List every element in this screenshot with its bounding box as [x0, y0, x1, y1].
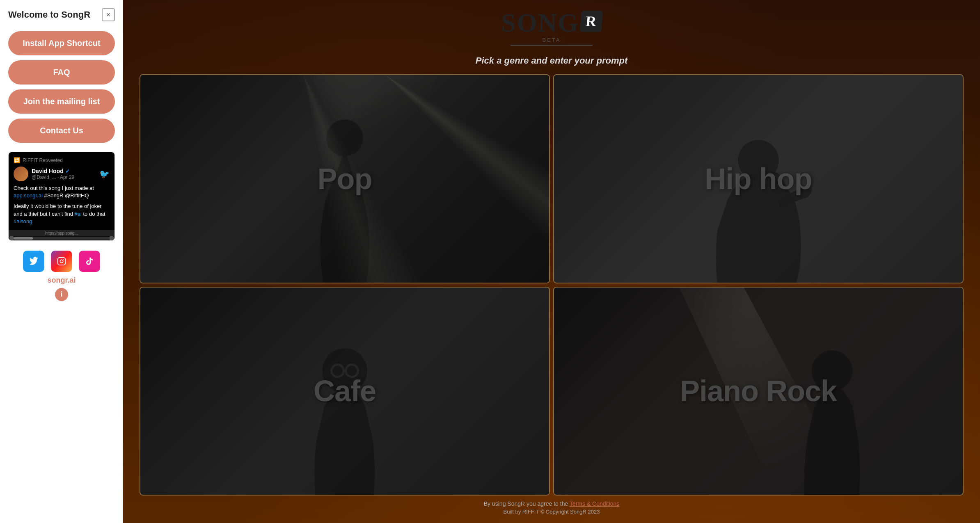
footer-line1: By using SongR you agree to the Terms & … — [484, 500, 620, 507]
genre-card-pop[interactable]: Pop — [140, 74, 550, 283]
genre-bg-pop — [140, 75, 549, 283]
tweet-inner: 🔁 RIFFIT Retweeted David Hood ✓ @David_.… — [9, 152, 114, 230]
svg-point-4 — [227, 75, 421, 226]
sidebar-header: Welcome to SongR × — [8, 8, 115, 21]
svg-rect-9 — [806, 177, 813, 189]
tweet-handle: @David_... — [32, 174, 56, 180]
tweet-username: David Hood ✓ — [32, 168, 99, 174]
tweet-hashtags1: #SongR @RiffitHQ — [44, 192, 89, 199]
scroll-left-button[interactable] — [9, 236, 14, 240]
contact-us-button[interactable]: Contact Us — [8, 119, 115, 143]
footer-prefix: By using SongR you agree to the — [484, 500, 570, 507]
svg-rect-0 — [58, 258, 65, 265]
logo-song: SONG — [501, 10, 579, 36]
tweet-link[interactable]: app.songr.ai — [14, 192, 43, 199]
tweet-embed: 🔁 RIFFIT Retweeted David Hood ✓ @David_.… — [8, 152, 115, 241]
social-icons — [23, 251, 100, 272]
twitter-bird-icon: 🐦 — [99, 169, 110, 179]
tweet-url-bar: https://app.song... — [9, 230, 114, 236]
tweet-text-line2: Ideally it would be to the tune of joker… — [14, 203, 110, 225]
tweet-user-info: David Hood ✓ @David_... · Apr 29 — [32, 168, 99, 180]
tweet-handle-date: @David_... · Apr 29 — [32, 174, 99, 180]
install-app-button[interactable]: Install App Shortcut — [8, 31, 115, 55]
svg-point-17 — [811, 350, 852, 391]
scroll-track — [14, 237, 110, 240]
genre-bg-cafe — [140, 288, 549, 495]
logo: SONG R — [501, 10, 602, 36]
footer-line2: Built by RIFFIT © Copyright SongR 2023 — [484, 509, 620, 515]
genre-bg-pianorock — [554, 288, 963, 495]
svg-point-2 — [63, 259, 64, 260]
tweet-scrollbar[interactable] — [9, 236, 114, 240]
retweet-icon: 🔁 — [14, 157, 20, 163]
tiktok-button[interactable] — [79, 251, 100, 272]
genre-card-cafe[interactable]: Cafe — [140, 287, 550, 496]
tweet-avatar — [14, 167, 28, 181]
tweet-link2[interactable]: #ai — [75, 211, 82, 217]
info-icon[interactable]: i — [55, 288, 68, 301]
beta-badge: BETA — [543, 37, 561, 43]
tweet-name: David Hood — [32, 168, 64, 174]
faq-button[interactable]: FAQ — [8, 60, 115, 85]
logo-area: SONG R BETA — [501, 10, 602, 49]
logo-underline — [511, 45, 593, 46]
genre-grid: Pop Hip hop — [140, 74, 964, 496]
logo-r-badge: R — [579, 11, 603, 32]
verified-icon: ✓ — [65, 168, 70, 174]
sidebar-title: Welcome to SongR — [8, 9, 90, 20]
retweet-label: RIFFIT Retweeted — [23, 158, 63, 163]
svg-point-8 — [738, 140, 779, 181]
tagline: Pick a genre and enter your prompt — [476, 55, 627, 66]
songr-site-link[interactable]: songr.ai — [47, 276, 76, 285]
mailing-list-button[interactable]: Join the mailing list — [8, 89, 115, 114]
svg-point-3 — [218, 75, 512, 256]
genre-bg-hiphop — [554, 75, 963, 283]
tweet-text-line1: Check out this song I just made at app.s… — [14, 185, 110, 199]
tweet-link3[interactable]: #aisong — [14, 218, 32, 224]
footer: By using SongR you agree to the Terms & … — [484, 500, 620, 515]
sidebar: Welcome to SongR × Install App Shortcut … — [0, 0, 123, 523]
svg-point-1 — [60, 260, 63, 263]
tweet-date: Apr 29 — [60, 174, 74, 180]
twitter-button[interactable] — [23, 251, 44, 272]
tweet-body: Check out this song I just made at app.s… — [14, 185, 110, 225]
instagram-button[interactable] — [51, 251, 72, 272]
terms-link[interactable]: Terms & Conditions — [570, 500, 619, 507]
scroll-right-button[interactable] — [110, 236, 114, 240]
tweet-retweet-line: 🔁 RIFFIT Retweeted — [14, 157, 110, 163]
genre-card-pianorock[interactable]: Piano Rock — [553, 287, 964, 496]
tweet-user-row: David Hood ✓ @David_... · Apr 29 🐦 — [14, 167, 110, 181]
genre-card-hiphop[interactable]: Hip hop — [553, 74, 964, 283]
close-button[interactable]: × — [102, 8, 115, 21]
svg-point-6 — [326, 119, 363, 156]
scroll-thumb — [14, 237, 33, 240]
main-content: SONG R BETA Pick a genre and enter your … — [123, 0, 980, 523]
